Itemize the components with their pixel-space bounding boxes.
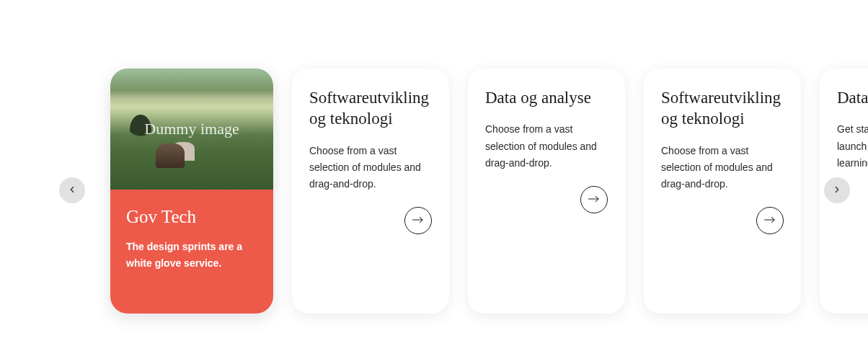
arrow-right-icon <box>588 193 601 206</box>
chevron-right-icon <box>832 185 842 197</box>
image-placeholder-label: Dummy image <box>144 120 239 138</box>
card-title: Softwareutvikling og teknologi <box>661 87 784 130</box>
card-description: Choose from a vast selection of modules … <box>661 143 784 192</box>
carousel-next-button[interactable] <box>824 177 850 203</box>
card-image: Dummy image <box>110 68 273 190</box>
arrow-right-icon <box>412 214 425 227</box>
arrow-right-icon <box>763 214 776 227</box>
card-title: Softwareutvikling og teknologi <box>309 87 432 130</box>
card-body: Gov Tech The design sprints are a white … <box>110 190 273 314</box>
card-arrow-button[interactable] <box>404 207 432 234</box>
card-title: Gov Tech <box>126 207 257 227</box>
card-title: Data og analyse <box>485 87 608 108</box>
carousel-track: Dummy image Gov Tech The design sprints … <box>110 68 868 314</box>
card-title: Data og analyse <box>837 87 868 108</box>
card-description: The design sprints are a white glove ser… <box>126 239 257 272</box>
carousel-card-featured[interactable]: Dummy image Gov Tech The design sprints … <box>110 68 273 314</box>
carousel-card[interactable]: Softwareutvikling og teknologi Choose fr… <box>644 68 801 314</box>
carousel-card[interactable]: Softwareutvikling og teknologi Choose fr… <box>292 68 449 314</box>
card-arrow-button[interactable] <box>580 186 608 213</box>
card-description: Choose from a vast selection of modules … <box>309 143 432 192</box>
chevron-left-icon <box>67 185 77 197</box>
card-description: Choose from a vast selection of modules … <box>485 121 608 171</box>
carousel-card[interactable]: Data og analyse Choose from a vast selec… <box>468 68 625 314</box>
card-arrow-button[interactable] <box>756 207 784 234</box>
card-description: Get started quickly and launch right awa… <box>837 121 868 171</box>
carousel-prev-button[interactable] <box>59 177 85 203</box>
carousel: Dummy image Gov Tech The design sprints … <box>0 0 868 364</box>
